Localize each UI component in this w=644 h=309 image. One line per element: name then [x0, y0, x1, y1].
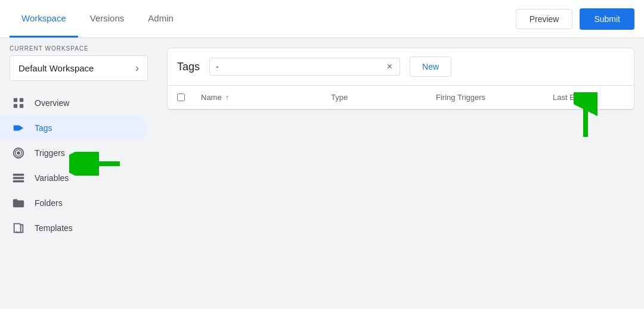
tags-icon — [12, 121, 25, 135]
svg-rect-7 — [13, 174, 24, 176]
chevron-right-icon: › — [135, 62, 139, 74]
table-header: Name ↑ Type Firing Triggers Last Ed — [168, 86, 634, 110]
workspace-name: Default Workspace — [18, 63, 94, 73]
column-name: Name ↑ — [201, 93, 321, 102]
sidebar-item-tags[interactable]: Tags — [0, 116, 148, 141]
svg-rect-8 — [13, 177, 24, 179]
templates-icon — [12, 221, 25, 235]
sidebar-item-label-tags: Tags — [35, 123, 52, 133]
svg-rect-1 — [20, 98, 23, 102]
sidebar-item-triggers[interactable]: Triggers — [0, 141, 148, 166]
top-navigation: Workspace Versions Admin Preview Submit — [0, 0, 644, 38]
select-all-input[interactable] — [177, 93, 185, 101]
sidebar: CURRENT WORKSPACE Default Workspace › Ov… — [0, 38, 157, 309]
search-container: × — [209, 58, 400, 76]
column-last-edited: Last Ed — [553, 93, 624, 102]
variables-icon — [12, 171, 25, 185]
sidebar-item-label-triggers: Triggers — [35, 148, 65, 158]
svg-rect-3 — [20, 104, 23, 108]
overview-icon — [12, 96, 25, 110]
submit-button[interactable]: Submit — [580, 8, 634, 30]
tags-panel: Tags × New Name ↑ Type Firing Triggers L — [167, 48, 634, 110]
sidebar-item-templates[interactable]: Templates — [0, 216, 148, 241]
column-firing-triggers: Firing Triggers — [436, 93, 543, 102]
sort-icon[interactable]: ↑ — [225, 93, 229, 102]
workspace-section: CURRENT WORKSPACE Default Workspace › — [0, 38, 157, 86]
column-name-label: Name — [201, 93, 222, 102]
select-all-checkbox[interactable] — [177, 93, 191, 101]
sidebar-item-overview[interactable]: Overview — [0, 90, 148, 116]
tags-title: Tags — [177, 61, 200, 73]
svg-rect-9 — [13, 180, 24, 183]
nav-tabs: Workspace Versions Admin — [10, 0, 185, 38]
triggers-icon — [12, 146, 25, 160]
svg-point-5 — [17, 151, 20, 155]
sidebar-item-label-overview: Overview — [35, 98, 69, 108]
sidebar-item-folders[interactable]: Folders — [0, 191, 148, 216]
sidebar-item-label-templates: Templates — [35, 223, 73, 233]
nav-actions: Preview Submit — [516, 8, 634, 30]
tab-admin[interactable]: Admin — [136, 0, 185, 38]
clear-search-button[interactable]: × — [386, 62, 394, 71]
tab-workspace[interactable]: Workspace — [10, 0, 78, 38]
column-type: Type — [331, 93, 426, 102]
sidebar-item-variables[interactable]: Variables — [0, 166, 148, 191]
nav-items: Overview Tags — [0, 90, 157, 241]
new-button[interactable]: New — [410, 57, 451, 77]
workspace-selector[interactable]: Default Workspace › — [10, 55, 148, 81]
folders-icon — [12, 196, 25, 210]
content-area: Tags × New Name ↑ Type Firing Triggers L — [157, 38, 644, 309]
tab-versions[interactable]: Versions — [78, 0, 137, 38]
search-input[interactable] — [216, 62, 386, 71]
workspace-label: CURRENT WORKSPACE — [10, 45, 148, 52]
main-layout: CURRENT WORKSPACE Default Workspace › Ov… — [0, 38, 644, 309]
svg-rect-2 — [14, 104, 17, 108]
sidebar-item-label-variables: Variables — [35, 173, 69, 183]
sidebar-item-label-folders: Folders — [35, 198, 63, 208]
tags-header: Tags × New — [168, 48, 634, 86]
svg-rect-0 — [14, 98, 17, 102]
preview-button[interactable]: Preview — [516, 9, 573, 29]
